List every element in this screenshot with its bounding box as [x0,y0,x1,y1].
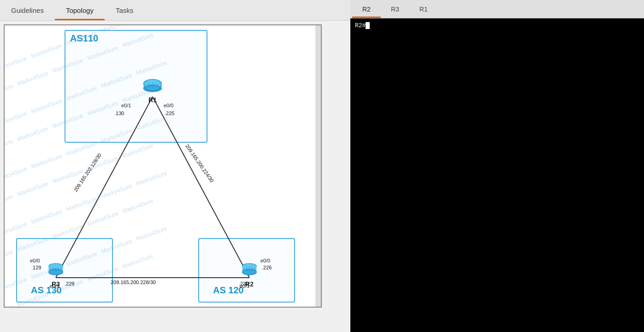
r1-e00-label: e0/0 [164,103,173,108]
left-tabs-bar: Guidelines Topology Tasks [0,0,350,21]
r1-e01-ip: .130 [114,111,124,116]
r3-e01-label: e0/1 [50,283,59,289]
right-tabs-bar: R2 R3 R1 [350,0,644,18]
topology-content: Marks4Sure Marks4Sure Marks4Sure Marks4S… [0,21,350,332]
r3-e01-ip: .229 [65,281,74,286]
r2-e00-label: e0/0 [260,258,270,263]
r3-e00-ip: .129 [31,265,41,270]
terminal-area[interactable]: R2# [350,18,644,332]
right-panel: R2 R3 R1 R2# [350,0,644,332]
r2-icon [240,260,259,280]
r3-e00-label: e0/0 [30,258,40,263]
tab-tasks[interactable]: Tasks [105,2,144,20]
terminal-cursor [366,22,370,29]
router-r1: R1 [143,76,162,104]
tab-guidelines[interactable]: Guidelines [0,2,55,20]
r2-e01-ip: .230 [239,281,248,286]
tab-topology[interactable]: Topology [55,2,105,20]
r1-e00-ip: .225 [165,111,174,116]
r3-icon [46,260,65,280]
terminal-prompt: R2# [355,22,366,29]
tab-r1[interactable]: R1 [409,2,438,18]
svg-line-1 [153,97,249,278]
r1-icon [143,76,162,95]
tab-r3[interactable]: R3 [381,2,409,18]
r1-e01-label: e0/1 [121,103,131,108]
diagram-container: Marks4Sure Marks4Sure Marks4Sure Marks4S… [4,24,322,308]
r2-e00-ip: .226 [262,265,272,270]
tab-r2[interactable]: R2 [352,2,381,18]
svg-line-0 [56,97,153,278]
r1-label: R1 [148,96,157,104]
main-container: Guidelines Topology Tasks Marks4Sure Mar… [0,0,644,332]
subnet-r3-r2: 209.165.200.228/30 [111,280,156,285]
left-panel: Guidelines Topology Tasks Marks4Sure Mar… [0,0,350,332]
